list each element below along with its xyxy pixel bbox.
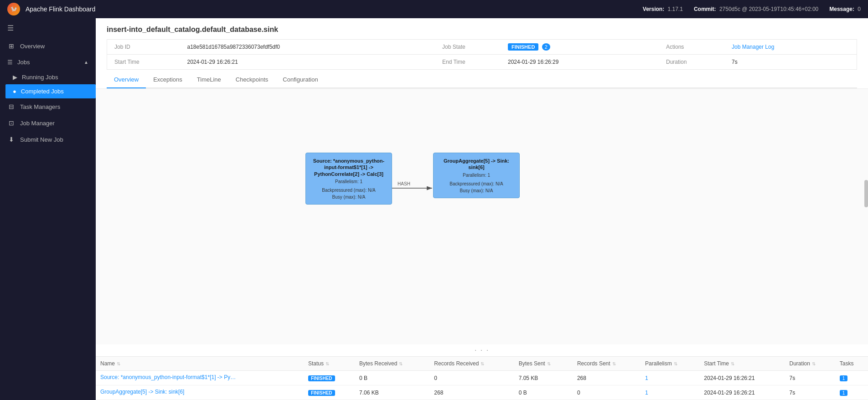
job-manager-log-link[interactable]: Job Manager Log — [732, 44, 774, 50]
sidebar-jobs-children: ▶ Running Jobs ● Completed Jobs — [0, 70, 96, 98]
cell-status-1: FINISHED — [304, 385, 355, 400]
cell-records-sent-1: 0 — [573, 385, 641, 400]
running-icon: ▶ — [13, 74, 17, 81]
col-start-time[interactable]: Start Time⇅ — [699, 357, 785, 371]
col-duration[interactable]: Duration⇅ — [785, 357, 835, 371]
tab-exceptions[interactable]: Exceptions — [146, 72, 190, 88]
sidebar-item-completed-jobs[interactable]: ● Completed Jobs — [5, 84, 96, 98]
cell-records-received-0: 0 — [429, 371, 514, 385]
cell-parallelism-1: 1 — [641, 385, 699, 400]
node-sink[interactable]: GroupAggregate[5] -> Sink: sink[6] Paral… — [433, 153, 520, 198]
col-tasks: Tasks — [835, 357, 868, 371]
col-bytes-received[interactable]: Bytes Received⇅ — [355, 357, 429, 371]
node-source[interactable]: Source: *anonymous_python-input-format$1… — [305, 153, 392, 205]
task-managers-icon: ⊟ — [7, 103, 16, 110]
cell-name-1[interactable]: GroupAggregate[5] -> Sink: sink[6] — [96, 385, 304, 400]
table-row: GroupAggregate[5] -> Sink: sink[6] FINIS… — [96, 385, 868, 400]
cell-start-time-1: 2024-01-29 16:26:21 — [699, 385, 785, 400]
job-manager-icon: ⊡ — [7, 119, 16, 127]
cell-status-0: FINISHED — [304, 371, 355, 385]
col-status[interactable]: Status⇅ — [304, 357, 355, 371]
overview-icon: ⊞ — [7, 42, 16, 50]
graph-area: HASH Source: *anonymous_python-input-for… — [96, 89, 868, 344]
version-info: Version: 1.17.1 — [643, 6, 683, 12]
content-area: HASH Source: *anonymous_python-input-for… — [96, 89, 868, 400]
sidebar-item-submit-job[interactable]: ⬇ Submit New Job — [0, 131, 96, 148]
message-info: Message: 0 — [829, 6, 861, 12]
job-id-value: a18e581d16785a9872336073efdf5df0 — [180, 40, 428, 55]
col-records-received[interactable]: Records Received⇅ — [429, 357, 514, 371]
job-state-value: FINISHED 2 — [501, 40, 651, 55]
main-content: insert-into_default_catalog.default_data… — [96, 18, 868, 400]
sidebar-jobs-parent[interactable]: ☰ Jobs ▲ — [0, 54, 96, 70]
cell-duration-0: 7s — [785, 371, 835, 385]
jobs-icon: ☰ — [7, 59, 13, 66]
actions-label: Actions — [651, 40, 724, 55]
duration-value: 7s — [724, 55, 857, 70]
finished-badge: FINISHED — [508, 43, 538, 51]
tab-checkpoints[interactable]: Checkpoints — [228, 72, 276, 88]
actions-value: Job Manager Log — [724, 40, 857, 55]
sidebar-hamburger[interactable]: ☰ — [0, 18, 96, 38]
cell-records-sent-0: 268 — [573, 371, 641, 385]
topbar: 🐿 Apache Flink Dashboard Version: 1.17.1… — [0, 0, 868, 18]
col-name[interactable]: Name⇅ — [96, 357, 304, 371]
table-header-row: Name⇅ Status⇅ Bytes Received⇅ Records Re… — [96, 357, 868, 371]
cell-bytes-received-0: 0 B — [355, 371, 429, 385]
job-info-table: Job ID a18e581d16785a9872336073efdf5df0 … — [107, 39, 857, 70]
sink-node-backpressured: Backpressured (max): N/A — [439, 181, 514, 186]
cell-tasks-1: 1 — [835, 385, 868, 400]
jobs-table: Name⇅ Status⇅ Bytes Received⇅ Records Re… — [96, 357, 868, 400]
sink-node-parallelism: Parallelism: 1 — [439, 173, 514, 178]
sidebar-item-job-manager[interactable]: ⊡ Job Manager — [0, 115, 96, 131]
cell-start-time-0: 2024-01-29 16:26:21 — [699, 371, 785, 385]
topbar-left: 🐿 Apache Flink Dashboard — [7, 3, 95, 15]
info-row-2: Start Time 2024-01-29 16:26:21 End Time … — [107, 55, 857, 70]
col-records-sent[interactable]: Records Sent⇅ — [573, 357, 641, 371]
jobs-arrow: ▲ — [84, 60, 88, 65]
tab-bar: Overview Exceptions TimeLine Checkpoints… — [107, 72, 857, 88]
table-row: Source: *anonymous_python-input-format$1… — [96, 371, 868, 385]
info-row-1: Job ID a18e581d16785a9872336073efdf5df0 … — [107, 40, 857, 55]
page-header: insert-into_default_catalog.default_data… — [96, 18, 868, 89]
cell-records-received-1: 268 — [429, 385, 514, 400]
col-bytes-sent[interactable]: Bytes Sent⇅ — [514, 357, 573, 371]
sink-node-busy: Busy (max): N/A — [439, 188, 514, 193]
scroll-handle[interactable] — [864, 180, 868, 207]
tab-configuration[interactable]: Configuration — [275, 72, 325, 88]
tab-timeline[interactable]: TimeLine — [190, 72, 228, 88]
tab-overview[interactable]: Overview — [107, 72, 146, 88]
job-state-number: 2 — [542, 43, 550, 51]
topbar-right: Version: 1.17.1 Commit: 2750d5c @ 2023-0… — [643, 6, 861, 12]
source-node-backpressured: Backpressured (max): N/A — [311, 188, 386, 193]
sidebar-item-overview[interactable]: ⊞ Overview — [0, 38, 96, 54]
completed-icon: ● — [13, 88, 16, 95]
start-time-value: 2024-01-29 16:26:21 — [180, 55, 428, 70]
cell-tasks-0: 1 — [835, 371, 868, 385]
source-node-parallelism: Parallelism: 1 — [311, 179, 386, 184]
sidebar-section-jobs: ☰ Jobs ▲ ▶ Running Jobs ● Completed Jobs — [0, 54, 96, 98]
table-dots: · · · — [96, 344, 868, 356]
svg-text:HASH: HASH — [398, 181, 410, 186]
cell-bytes-received-1: 7.06 KB — [355, 385, 429, 400]
start-time-label: Start Time — [107, 55, 180, 70]
end-time-label: End Time — [428, 55, 501, 70]
table-section: Name⇅ Status⇅ Bytes Received⇅ Records Re… — [96, 356, 868, 400]
layout: ☰ ⊞ Overview ☰ Jobs ▲ ▶ Running Jobs ● C… — [0, 18, 868, 400]
sidebar: ☰ ⊞ Overview ☰ Jobs ▲ ▶ Running Jobs ● C… — [0, 18, 96, 400]
job-id-label: Job ID — [107, 40, 180, 55]
app-title: Apache Flink Dashboard — [26, 5, 95, 13]
job-state-label: Job State — [428, 40, 501, 55]
commit-info: Commit: 2750d5c @ 2023-05-19T10:45:46+02… — [694, 6, 818, 12]
sidebar-item-running-jobs[interactable]: ▶ Running Jobs — [5, 70, 96, 84]
duration-label: Duration — [651, 55, 724, 70]
col-parallelism[interactable]: Parallelism⇅ — [641, 357, 699, 371]
cell-parallelism-0: 1 — [641, 371, 699, 385]
page-title: insert-into_default_catalog.default_data… — [107, 26, 857, 34]
flink-logo: 🐿 — [7, 3, 20, 15]
cell-name-0[interactable]: Source: *anonymous_python-input-format$1… — [96, 371, 304, 385]
source-node-title: Source: *anonymous_python-input-format$1… — [311, 158, 386, 177]
sidebar-item-task-managers[interactable]: ⊟ Task Managers — [0, 98, 96, 115]
source-node-busy: Busy (max): N/A — [311, 195, 386, 200]
submit-icon: ⬇ — [7, 136, 16, 143]
